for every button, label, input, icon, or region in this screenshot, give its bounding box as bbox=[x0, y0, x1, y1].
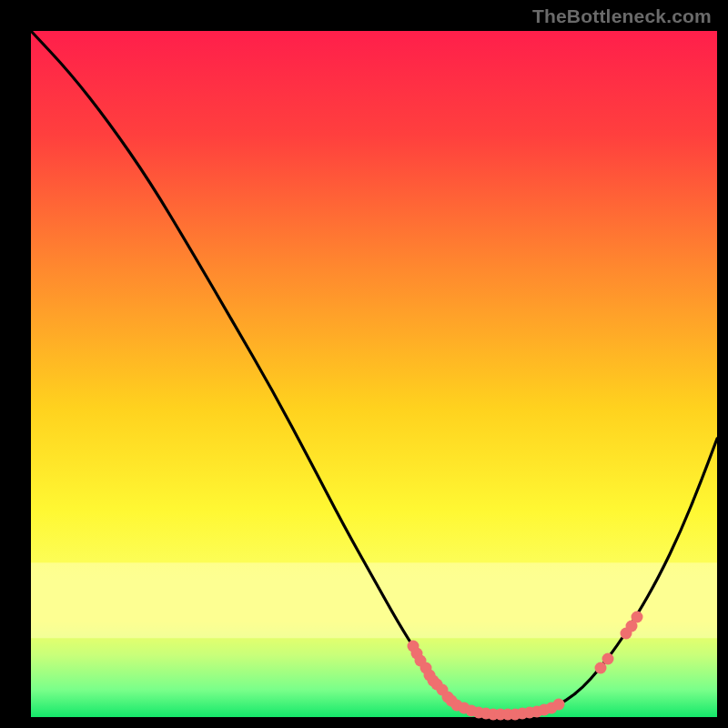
highlight-band bbox=[31, 562, 717, 638]
data-marker bbox=[602, 653, 614, 665]
chart-container: TheBottleneck.com bbox=[0, 0, 728, 728]
data-marker bbox=[632, 612, 643, 623]
bottleneck-curve-chart bbox=[0, 0, 728, 728]
data-marker bbox=[553, 699, 565, 711]
